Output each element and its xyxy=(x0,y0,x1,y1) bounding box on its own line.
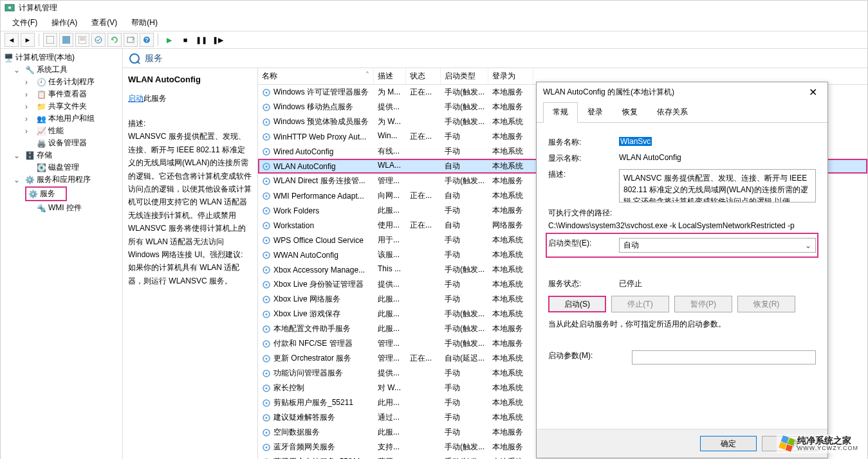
tree-root[interactable]: 🖥️计算机管理(本地) xyxy=(1,51,122,64)
folder-icon: 📁 xyxy=(36,102,46,112)
svc-name: WLAN AutoConfig xyxy=(273,162,336,171)
menu-file[interactable]: 文件(F) xyxy=(6,16,44,30)
svc-desc-section: 描述: WLANSVC 服务提供配置、发现、连接、断开与 IEEE 802.11… xyxy=(128,117,252,287)
tree-services[interactable]: ⚙️服务 xyxy=(1,186,122,202)
tree-tasksched[interactable]: ›🕘任务计划程序 xyxy=(1,76,122,88)
tree-devmgr[interactable]: 🖨️设备管理器 xyxy=(1,137,122,149)
tab-logon[interactable]: 登录 xyxy=(578,102,613,122)
chevron-right-icon[interactable]: › xyxy=(25,90,34,99)
menu-view[interactable]: 查看(V) xyxy=(85,16,124,30)
desc-box[interactable]: WLANSVC 服务提供配置、发现、连接、断开与 IEEE 802.11 标准定… xyxy=(619,169,816,203)
gear-icon xyxy=(262,206,271,215)
tool-4[interactable] xyxy=(91,33,106,47)
col-logon[interactable]: 登录为 xyxy=(488,68,533,84)
svc-desc: 管理... xyxy=(374,337,406,350)
svg-point-14 xyxy=(266,106,268,108)
svc-logon: 网络服务 xyxy=(488,219,533,232)
pause-btn[interactable]: ❚❚ xyxy=(194,33,208,47)
tree-diskmgr[interactable]: 💽磁盘管理 xyxy=(1,161,122,174)
restart-btn[interactable]: ❚▶ xyxy=(210,33,225,47)
gear-icon xyxy=(262,266,271,274)
lbl-exepath: 可执行文件的路径: xyxy=(548,208,612,219)
close-button[interactable]: ✕ xyxy=(805,86,821,98)
lbl-svcname: 服务名称: xyxy=(548,137,619,148)
perf-icon: 📈 xyxy=(36,126,46,136)
tree-storage[interactable]: ⌄🗄️存储 xyxy=(1,149,122,161)
svc-start-type: 手动(触发... xyxy=(441,263,488,276)
tree-pane[interactable]: 🖥️计算机管理(本地) ⌄🔧系统工具 ›🕘任务计划程序 ›📋事件查看器 ›📁共享… xyxy=(1,49,123,459)
lbl-svcstate: 服务状态: xyxy=(548,278,619,289)
chevron-right-icon[interactable]: › xyxy=(25,102,34,111)
chevron-right-icon[interactable]: › xyxy=(25,78,34,87)
svc-state xyxy=(406,248,441,262)
svc-start-type: 手动(触发... xyxy=(441,115,488,129)
back-btn[interactable]: ◄ xyxy=(5,33,19,47)
chevron-down-icon[interactable]: ⌄ xyxy=(14,66,23,75)
app-icon xyxy=(5,3,15,13)
svc-state xyxy=(406,145,441,158)
start-button[interactable]: 启动(S) xyxy=(548,296,606,312)
col-state[interactable]: 状态 xyxy=(406,68,441,84)
play-btn[interactable]: ▶ xyxy=(162,33,176,47)
apps-icon: ⚙️ xyxy=(24,175,35,185)
svc-name: 更新 Orchestrator 服务 xyxy=(273,353,351,364)
svg-point-22 xyxy=(266,165,268,167)
gear-icon xyxy=(262,280,271,289)
svc-state: 正在... xyxy=(406,352,441,365)
svc-name: 本地配置文件助手服务 xyxy=(273,323,351,334)
svc-name: WMI Performance Adapt... xyxy=(273,192,364,201)
gear-icon: ⚙️ xyxy=(28,189,38,199)
stop-btn[interactable]: ■ xyxy=(178,33,192,47)
gear-icon xyxy=(262,384,271,393)
tree-svcapps[interactable]: ⌄⚙️服务和应用程序 xyxy=(1,174,122,186)
svg-rect-2 xyxy=(46,36,54,44)
col-name[interactable]: 名称˄ xyxy=(258,68,374,84)
svc-state xyxy=(406,292,441,306)
col-start[interactable]: 启动类型 xyxy=(441,68,488,84)
start-type-select[interactable]: 自动 ⌄ xyxy=(619,238,816,253)
tool-props[interactable] xyxy=(75,33,89,47)
refresh-btn[interactable] xyxy=(107,33,122,47)
chevron-down-icon[interactable]: ⌄ xyxy=(14,176,23,184)
wmi-icon: 🔩 xyxy=(36,203,46,213)
tree-localusers[interactable]: ›👥本地用户和组 xyxy=(1,113,122,125)
gear-icon xyxy=(262,325,271,334)
tool-1[interactable] xyxy=(43,33,57,47)
fwd-btn[interactable]: ► xyxy=(21,33,35,47)
tree-systools[interactable]: ⌄🔧系统工具 xyxy=(1,64,122,76)
tool-export[interactable] xyxy=(124,33,138,47)
tab-recovery[interactable]: 恢复 xyxy=(613,102,647,122)
ok-button[interactable]: 确定 xyxy=(700,436,757,451)
clock-icon: 🕘 xyxy=(36,77,46,87)
svg-point-46 xyxy=(266,343,268,345)
menu-action[interactable]: 操作(A) xyxy=(45,16,84,30)
svg-point-32 xyxy=(266,239,268,241)
tool-2[interactable] xyxy=(59,33,73,47)
svc-state: 正在... xyxy=(406,86,441,99)
device-icon: 🖨️ xyxy=(36,138,46,148)
val-exepath: C:\Windows\system32\svchost.exe -k Local… xyxy=(548,221,795,230)
chevron-right-icon[interactable]: › xyxy=(25,114,34,123)
svg-point-44 xyxy=(266,328,268,330)
tab-deps[interactable]: 依存关系 xyxy=(647,102,697,122)
lbl-desc: 描述: xyxy=(548,169,619,180)
params-input[interactable] xyxy=(632,350,816,364)
svc-start-type: 手动 xyxy=(441,366,488,380)
help-btn[interactable]: ? xyxy=(140,33,154,47)
gear-icon xyxy=(262,221,271,230)
start-service-link[interactable]: 启动 xyxy=(128,94,143,103)
tree-perf[interactable]: ›📈性能 xyxy=(1,125,122,137)
tab-general[interactable]: 常规 xyxy=(543,102,578,123)
tree-shared[interactable]: ›📁共享文件夹 xyxy=(1,100,122,113)
tree-wmi[interactable]: 🔩WMI 控件 xyxy=(1,202,122,214)
chevron-down-icon[interactable]: ⌄ xyxy=(14,151,23,160)
gear-icon xyxy=(262,310,271,319)
col-desc[interactable]: 描述 xyxy=(374,68,406,84)
svc-state: 正在... xyxy=(406,130,441,143)
chevron-right-icon[interactable]: › xyxy=(25,127,34,136)
dialog-titlebar[interactable]: WLAN AutoConfig 的属性(本地计算机) ✕ xyxy=(537,82,827,102)
detail-pane: WLAN AutoConfig 启动此服务 描述: WLANSVC 服务提供配置… xyxy=(123,68,258,459)
tree-eventviewer[interactable]: ›📋事件查看器 xyxy=(1,88,122,100)
menu-help[interactable]: 帮助(H) xyxy=(125,16,164,30)
svc-logon: 本地系统 xyxy=(488,381,533,395)
